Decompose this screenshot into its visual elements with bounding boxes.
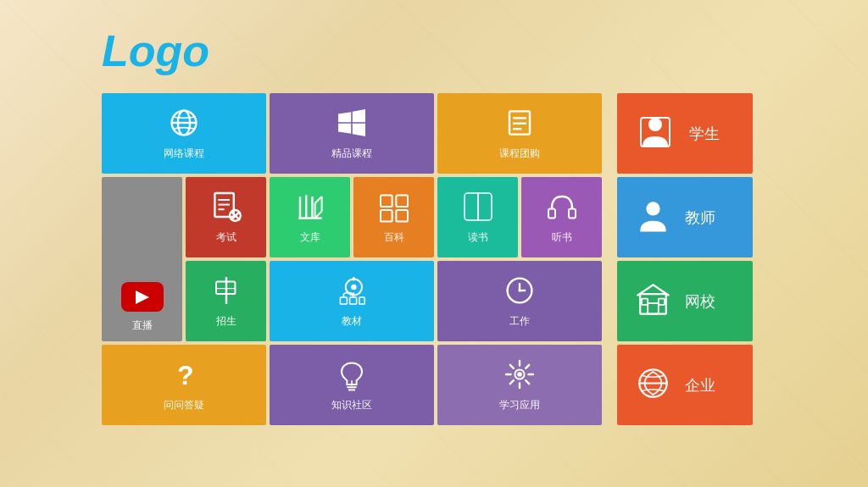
windows-icon <box>335 106 369 143</box>
jingpin-label: 精品课程 <box>331 147 372 161</box>
zhibo-label: 直播 <box>132 318 153 333</box>
tile-jiaocai[interactable]: 教材 <box>270 261 434 341</box>
wangxiao-label: 网校 <box>685 291 715 312</box>
school-icon <box>634 280 672 318</box>
tile-wangluo[interactable]: 网络课程 <box>102 93 266 174</box>
tuangou-label: 课程团购 <box>499 147 540 161</box>
baike-label: 百科 <box>384 230 404 245</box>
library-icon <box>293 190 327 227</box>
youtube-icon <box>121 282 164 312</box>
zhishi-label: 知识社区 <box>331 398 372 412</box>
svg-rect-50 <box>659 299 665 305</box>
svg-point-46 <box>518 289 520 291</box>
wenda-label: 问问答疑 <box>164 398 204 412</box>
jiaocai-label: 教材 <box>342 314 362 329</box>
zhaosheng-label: 招生 <box>216 314 236 329</box>
clock-icon <box>503 274 537 311</box>
question-icon: ? <box>167 357 201 395</box>
tile-tingshu[interactable]: 听书 <box>521 177 602 257</box>
svg-point-29 <box>646 202 659 215</box>
headphone-icon <box>545 190 579 227</box>
svg-rect-25 <box>396 210 408 222</box>
tile-wenda[interactable]: ? 问问答疑 <box>102 345 266 425</box>
xuesheng-label: 学生 <box>689 124 720 144</box>
tile-jingpin[interactable]: 精品课程 <box>270 93 434 174</box>
kaoshi-label: 考试 <box>216 230 236 245</box>
encyclopedia-icon <box>377 190 411 227</box>
gear-icon <box>503 357 537 395</box>
tile-xuesheng[interactable]: 学生 <box>617 93 753 174</box>
tile-tuangou[interactable]: 课程团购 <box>437 93 602 174</box>
gongzuo-label: 工作 <box>509 314 530 329</box>
tile-gongzuo[interactable]: 工作 <box>437 261 602 341</box>
svg-rect-24 <box>381 210 392 222</box>
student-icon <box>634 111 676 153</box>
tile-zhaosheng[interactable]: 招生 <box>186 261 266 341</box>
svg-line-18 <box>314 196 321 203</box>
wenku-label: 文库 <box>300 230 320 245</box>
tile-zhibo[interactable]: 直播 <box>102 177 182 341</box>
svg-rect-36 <box>350 297 357 304</box>
svg-rect-28 <box>569 208 576 218</box>
svg-rect-35 <box>340 297 347 304</box>
svg-rect-48 <box>648 303 659 314</box>
tile-kaoshi[interactable]: 考试 <box>186 177 266 257</box>
logo-text: Logo <box>102 26 209 75</box>
svg-line-19 <box>314 212 321 219</box>
textbook-icon <box>335 274 369 311</box>
ie-icon <box>167 106 201 143</box>
exam-icon <box>209 190 243 227</box>
jiaoshi-label: 教师 <box>685 208 715 228</box>
svg-rect-22 <box>381 195 392 207</box>
svg-text:?: ? <box>177 360 194 390</box>
svg-point-56 <box>517 372 522 377</box>
qiye-label: 企业 <box>685 375 715 396</box>
tingshu-label: 听书 <box>552 230 572 245</box>
dushu-label: 读书 <box>468 230 488 245</box>
tile-wenku[interactable]: 文库 <box>270 177 350 257</box>
svg-rect-23 <box>396 195 408 207</box>
svg-rect-49 <box>642 299 648 305</box>
tile-grid: 网络课程 精品课程 课程团购 <box>102 93 753 425</box>
tile-dushu[interactable]: 读书 <box>437 177 518 257</box>
svg-point-7 <box>648 118 662 131</box>
svg-rect-37 <box>359 297 364 304</box>
tile-qiye[interactable]: 企业 <box>617 345 753 425</box>
logo-area: Logo <box>102 25 209 76</box>
enterprise-icon <box>634 364 672 402</box>
svg-rect-27 <box>548 208 555 218</box>
tile-baike[interactable]: 百科 <box>353 177 434 257</box>
tile-jiaoshi[interactable]: 教师 <box>617 177 753 257</box>
teacher-icon <box>634 196 672 235</box>
wangluo-label: 网络课程 <box>164 147 204 161</box>
xuexi-label: 学习应用 <box>499 398 540 412</box>
tile-zhishi[interactable]: 知识社区 <box>270 345 434 425</box>
book-icon <box>461 190 495 227</box>
lightbulb-icon <box>335 357 369 395</box>
tile-xuexi[interactable]: 学习应用 <box>437 345 602 425</box>
tile-wangxiao[interactable]: 网校 <box>617 261 753 341</box>
svg-point-34 <box>351 285 356 290</box>
sign-icon <box>209 274 243 311</box>
group-buy-icon <box>503 106 537 143</box>
